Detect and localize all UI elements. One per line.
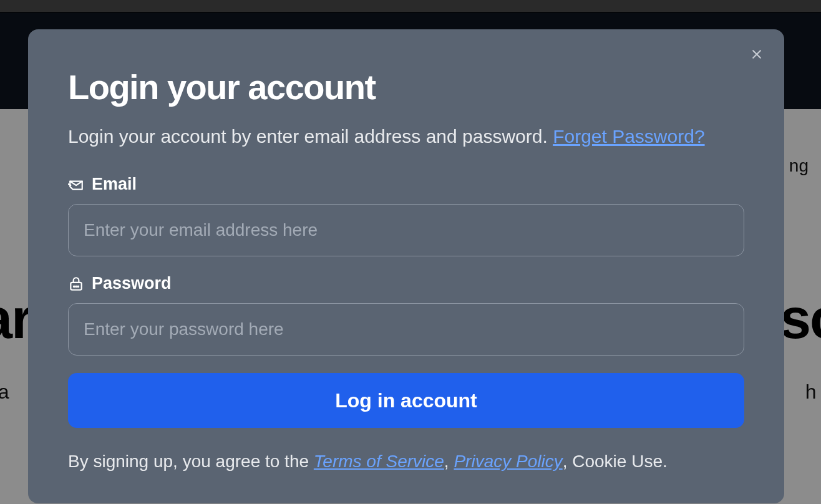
login-button[interactable]: Log in account (68, 373, 744, 428)
lock-icon (68, 276, 84, 292)
mail-send-icon (68, 177, 84, 193)
password-input[interactable] (68, 303, 744, 356)
agreement-footer: By signing up, you agree to the Terms of… (68, 449, 744, 473)
footer-prefix: By signing up, you agree to the (68, 452, 314, 471)
forgot-password-link[interactable]: Forget Password? (553, 126, 704, 147)
email-input[interactable] (68, 204, 744, 256)
password-label: Password (68, 274, 744, 293)
terms-of-service-link[interactable]: Terms of Service (314, 452, 444, 471)
modal-overlay[interactable]: Login your account Login your account by… (0, 12, 821, 504)
password-label-text: Password (92, 274, 172, 293)
email-label-text: Email (92, 175, 137, 194)
close-icon (751, 48, 763, 61)
privacy-policy-link[interactable]: Privacy Policy (454, 452, 562, 471)
modal-subtitle: Login your account by enter email addres… (68, 124, 744, 150)
email-label: Email (68, 175, 744, 194)
subtitle-text: Login your account by enter email addres… (68, 126, 553, 147)
footer-sep1: , (444, 452, 454, 471)
close-button[interactable] (747, 44, 767, 64)
svg-point-4 (75, 286, 77, 287)
modal-title: Login your account (68, 67, 744, 107)
svg-point-3 (74, 286, 75, 287)
footer-suffix: , Cookie Use. (563, 452, 668, 471)
login-modal: Login your account Login your account by… (28, 29, 784, 503)
svg-point-5 (77, 286, 79, 287)
browser-chrome-top (0, 0, 821, 12)
